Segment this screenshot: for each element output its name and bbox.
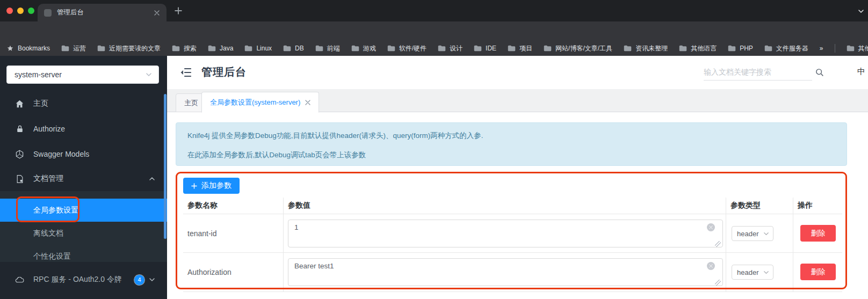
count-badge: 4	[134, 275, 144, 285]
alert-line: Knife4j 提供全局参数Debug功能,目前默认提供header(请求头)、…	[187, 132, 835, 140]
chevron-down-icon	[149, 276, 155, 283]
folder-icon	[544, 45, 552, 52]
bookmark-folder[interactable]: Linux	[244, 45, 272, 52]
other-bookmarks-folder[interactable]: 其他书签	[847, 44, 868, 53]
chevron-down-icon[interactable]	[857, 8, 865, 14]
new-tab-button[interactable]	[174, 6, 183, 15]
service-select[interactable]: system-server	[6, 65, 159, 84]
service-select-value: system-server	[15, 70, 146, 79]
folder-icon	[624, 45, 632, 52]
bookmark-item[interactable]: Bookmarks	[6, 45, 50, 52]
main-area: 管理后台 中 主页 全局参数设置(system-server) Knife4j …	[167, 56, 868, 299]
doc-manager-submenu: 全局参数设置 离线文档 个性化设置	[0, 191, 167, 262]
add-param-button[interactable]: 添加参数	[183, 178, 240, 194]
screen: 管理后台 127.0.0.1:48080/doc.html#/documentM…	[0, 0, 868, 299]
folder-icon	[387, 45, 395, 52]
menu-fold-icon[interactable]	[180, 67, 192, 78]
sidebar-item-global-params[interactable]: 全局参数设置	[0, 199, 167, 222]
traffic-zoom-button[interactable]	[28, 8, 34, 14]
browser-tabstrip: 管理后台	[0, 0, 868, 21]
sidebar-scrollbar[interactable]	[164, 94, 167, 239]
folder-icon	[679, 45, 687, 52]
chevron-up-icon	[149, 176, 155, 182]
model-hexagon-icon	[15, 150, 24, 159]
delete-button[interactable]: 删除	[800, 225, 836, 242]
param-name: Authorization	[183, 253, 284, 291]
folder-icon	[728, 45, 736, 52]
bookmark-folder[interactable]: 资讯未整理	[624, 44, 668, 53]
param-type-select[interactable]: header	[732, 226, 773, 241]
bookmark-folder[interactable]: IDE	[474, 45, 496, 52]
folder-icon	[61, 45, 69, 52]
bookmark-folder[interactable]: 运营	[61, 44, 86, 53]
bookmark-folder[interactable]: DB	[283, 45, 304, 52]
col-header-name: 参数名称	[183, 198, 284, 214]
content-tabbar: 主页 全局参数设置(system-server)	[167, 89, 868, 112]
delete-button[interactable]: 删除	[800, 264, 836, 280]
bookmarks-bar: Bookmarks 运营 近期需要读的文章 搜索 Java Linux DB 前…	[0, 41, 868, 56]
sidebar-item-rpc-service[interactable]: RPC 服务 - OAuth2.0 令牌 4	[0, 268, 167, 291]
bookmark-folder[interactable]: 项目	[508, 44, 532, 53]
table-row: tenant-id 1 header 删除	[183, 214, 842, 253]
bookmark-folder[interactable]: 近期需要读的文章	[97, 44, 161, 53]
sidebar-item-authorize[interactable]: Authorize	[0, 118, 167, 140]
search-icon[interactable]	[815, 68, 824, 77]
table-header-row: 参数名称 参数值 参数类型 操作	[183, 198, 842, 214]
close-icon[interactable]	[305, 100, 310, 105]
chevron-down-icon	[146, 71, 152, 78]
param-value-textarea[interactable]: Bearer test1	[288, 258, 723, 286]
main-header: 管理后台 中	[167, 56, 868, 89]
browser-toolbar: 127.0.0.1:48080/doc.html#/documentManage…	[0, 21, 868, 41]
param-value-textarea[interactable]: 1	[288, 220, 723, 247]
col-header-value: 参数值	[284, 198, 726, 214]
sidebar-item-offline-doc[interactable]: 离线文档	[0, 222, 167, 245]
resize-handle[interactable]	[715, 280, 721, 286]
params-table: 参数名称 参数值 参数类型 操作 tenant-id 1 header	[183, 198, 842, 292]
info-alert: Knife4j 提供全局参数Debug功能,目前默认提供header(请求头)、…	[176, 122, 847, 166]
traffic-minimize-button[interactable]	[17, 8, 24, 14]
col-header-type: 参数类型	[726, 198, 793, 214]
clear-input-icon[interactable]	[707, 262, 715, 270]
browser-tab[interactable]: 管理后台	[38, 4, 167, 21]
bookmark-folder[interactable]: 前端	[315, 44, 340, 53]
bookmark-folder[interactable]: 设计	[438, 44, 462, 53]
folder-icon	[847, 45, 855, 52]
doc-search-input[interactable]	[704, 63, 812, 81]
tab-global-params[interactable]: 全局参数设置(system-server)	[201, 92, 319, 113]
folder-icon	[97, 45, 105, 52]
clear-input-icon[interactable]	[707, 223, 715, 231]
bookmark-folder[interactable]: 游戏	[351, 44, 376, 53]
tab-close-icon[interactable]	[153, 9, 161, 17]
folder-icon	[283, 45, 291, 52]
bookmark-folder[interactable]: 搜索	[172, 44, 197, 53]
lock-icon	[15, 125, 24, 134]
sidebar-item-personalize[interactable]: 个性化设置	[0, 245, 167, 268]
tab-title: 管理后台	[57, 8, 153, 17]
bookmark-folder[interactable]: PHP	[728, 45, 753, 52]
home-icon	[15, 99, 24, 108]
bookmark-folder[interactable]: 文件服务器	[764, 44, 808, 53]
bookmark-folder[interactable]: 网站/博客/文章/工具	[544, 44, 612, 53]
alert-line: 在此添加全局参数后,默认Debug调试tab页会带上该参数	[187, 151, 835, 159]
chevron-down-icon	[763, 231, 769, 237]
sidebar-item-swagger-models[interactable]: Swagger Models	[0, 143, 167, 165]
sidebar-item-home[interactable]: 主页	[0, 92, 167, 115]
cloud-icon	[15, 275, 24, 285]
param-name: tenant-id	[183, 214, 284, 252]
resize-handle[interactable]	[715, 241, 721, 247]
sidebar-item-doc-manager[interactable]: 文档管理	[0, 167, 167, 190]
bookmarks-overflow-chevron[interactable]: »	[820, 45, 823, 52]
bookmark-folder[interactable]: Java	[208, 45, 233, 52]
app-sidebar: system-server 主页 Authorize Swagger Model…	[0, 56, 167, 299]
star-icon	[6, 45, 14, 52]
bookmark-folder[interactable]: 软件/硬件	[387, 44, 426, 53]
param-type-select[interactable]: header	[732, 265, 773, 280]
table-row: Authorization Bearer test1 header 删除	[183, 253, 842, 292]
language-toggle[interactable]: 中	[857, 67, 865, 77]
traffic-close-button[interactable]	[6, 8, 13, 14]
folder-icon	[351, 45, 359, 52]
folder-icon	[474, 45, 482, 52]
tab-favicon-icon	[44, 9, 52, 17]
document-gear-icon	[15, 174, 24, 184]
bookmark-folder[interactable]: 其他语言	[679, 44, 717, 53]
